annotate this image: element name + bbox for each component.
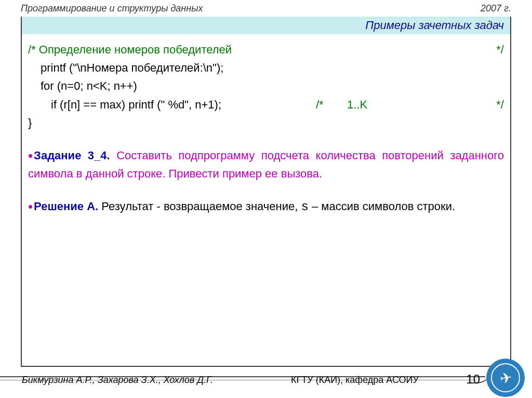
code-if-body: if (r[n] == max) printf (" %d", n+1); bbox=[51, 95, 316, 114]
slide-body: /* Определение номеров победителей */ pr… bbox=[28, 40, 504, 362]
header: Программирование и структуры данных 2007… bbox=[21, 3, 511, 14]
page-number: 10 bbox=[466, 372, 480, 387]
code-comment-winners: /* Определение номеров победителей */ bbox=[28, 40, 504, 59]
logo-circle: ✈ bbox=[486, 359, 525, 397]
code-line-brace: } bbox=[28, 114, 504, 132]
comment-close: */ bbox=[496, 40, 504, 59]
airplane-icon: ✈ bbox=[498, 368, 513, 387]
solution-var-s: s bbox=[301, 200, 308, 214]
solution-text-2: – массив символов строки. bbox=[309, 200, 455, 213]
solution-block: •Решение А. Результат - возвращаемое зна… bbox=[28, 197, 504, 217]
slide: Программирование и структуры данных 2007… bbox=[0, 0, 532, 398]
solution-text-1: Результат - возвращаемое значение, bbox=[98, 200, 301, 213]
footer-org: КГТУ (КАИ), кафедра АСОИУ bbox=[291, 375, 419, 386]
comment-open: /* Определение номеров победителей bbox=[28, 40, 232, 59]
comment-body: 1..K bbox=[347, 95, 483, 114]
header-year: 2007 г. bbox=[481, 3, 511, 14]
task-label: Задание 3_4. bbox=[34, 149, 110, 162]
code-line-printf: printf ("\nНомера победителей:\n"); bbox=[28, 59, 504, 77]
code-line-if: if (r[n] == max) printf (" %d", n+1); /*… bbox=[28, 95, 504, 114]
bullet-icon: • bbox=[28, 148, 34, 163]
task-block: •Задание 3_4. Составить подпрограмму под… bbox=[28, 146, 504, 183]
code-line-for: for (n=0; n<K; n++) bbox=[28, 77, 504, 95]
header-course: Программирование и структуры данных bbox=[21, 3, 203, 14]
footer-authors: Бикмурзина А.Р., Захарова З.Х., Хохлов Д… bbox=[22, 375, 213, 386]
solution-label: Решение А. bbox=[34, 200, 98, 213]
kai-logo: ✈ bbox=[486, 359, 525, 397]
bullet-icon: • bbox=[28, 199, 34, 214]
comment-close: */ bbox=[483, 95, 504, 114]
comment-open: /* bbox=[316, 95, 347, 114]
logo-ring: ✈ bbox=[491, 363, 520, 392]
